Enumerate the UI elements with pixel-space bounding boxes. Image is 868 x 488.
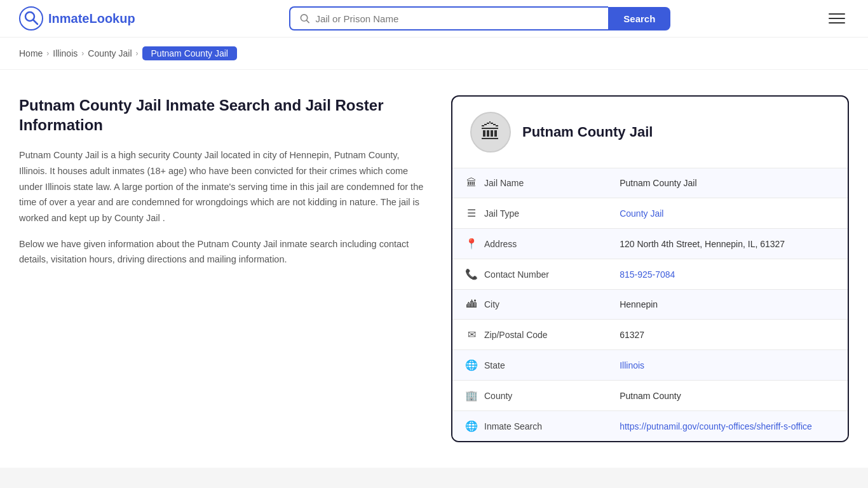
- header: InmateLookup Search: [0, 0, 868, 37]
- row-icon: ✉: [465, 329, 478, 341]
- table-label-cell: ✉Zip/Postal Code: [452, 320, 607, 350]
- info-table: 🏛Jail NamePutnam County Jail☰Jail TypeCo…: [452, 168, 848, 441]
- table-row: 🌐Inmate Searchhttps://putnamil.gov/count…: [452, 411, 848, 442]
- logo-icon: [19, 6, 43, 30]
- table-label-cell: 📞Contact Number: [452, 259, 607, 290]
- right-panel: 🏛 Putnam County Jail 🏛Jail NamePutnam Co…: [451, 95, 849, 442]
- row-icon: 🌐: [465, 359, 478, 371]
- table-label-cell: 🏙City: [452, 290, 607, 320]
- row-icon: 📞: [465, 268, 478, 280]
- table-row: 📍Address120 North 4th Street, Hennepin, …: [452, 229, 848, 259]
- breadcrumb-chevron-3: ›: [136, 49, 139, 58]
- breadcrumb-illinois[interactable]: Illinois: [53, 48, 78, 58]
- row-label: Zip/Postal Code: [484, 330, 548, 340]
- left-panel: Putnam County Jail Inmate Search and Jai…: [19, 95, 426, 442]
- table-value-cell[interactable]: https://putnamil.gov/county-offices/sher…: [607, 411, 848, 442]
- svg-line-4: [307, 20, 309, 23]
- description-1: Putnam County Jail is a high security Co…: [19, 147, 426, 226]
- table-value-link[interactable]: County Jail: [620, 208, 663, 219]
- row-icon: 🏙: [465, 299, 478, 310]
- table-row: 🏢CountyPutnam County: [452, 381, 848, 411]
- table-row: 📞Contact Number815-925-7084: [452, 259, 848, 290]
- hamburger-line-1: [829, 13, 845, 15]
- hamburger-line-2: [829, 18, 845, 19]
- hamburger-menu[interactable]: [825, 10, 849, 27]
- table-value-cell: Putnam County Jail: [607, 168, 848, 198]
- table-row: 🏙CityHennepin: [452, 290, 848, 320]
- table-row: ☰Jail TypeCounty Jail: [452, 198, 848, 229]
- row-label: County: [484, 391, 512, 401]
- logo-prefix: Inmate: [48, 11, 89, 25]
- search-input[interactable]: [315, 13, 599, 24]
- breadcrumb-home[interactable]: Home: [19, 48, 43, 58]
- table-row: 🏛Jail NamePutnam County Jail: [452, 168, 848, 198]
- hamburger-line-3: [829, 22, 845, 24]
- row-icon: 📍: [465, 238, 478, 250]
- table-value-cell[interactable]: Illinois: [607, 350, 848, 381]
- table-label-cell: 🌐State: [452, 350, 607, 381]
- jail-avatar: 🏛: [470, 112, 511, 152]
- table-value-cell: Hennepin: [607, 290, 848, 320]
- breadcrumb-current: Putnam County Jail: [142, 46, 237, 60]
- row-label: Address: [484, 239, 517, 249]
- row-label: Contact Number: [484, 269, 549, 280]
- row-label: State: [484, 360, 505, 370]
- logo-text: InmateLookup: [48, 11, 135, 26]
- table-value-link[interactable]: 815-925-7084: [620, 269, 675, 280]
- table-value-cell: 61327: [607, 320, 848, 350]
- row-icon: 🌐: [465, 420, 478, 432]
- table-value-cell: Putnam County: [607, 381, 848, 411]
- main-content: Putnam County Jail Inmate Search and Jai…: [0, 70, 868, 468]
- search-button[interactable]: Search: [608, 7, 670, 30]
- search-input-wrapper: [289, 6, 608, 30]
- search-area: Search: [289, 6, 670, 30]
- table-label-cell: 🏢County: [452, 381, 607, 411]
- table-label-cell: ☰Jail Type: [452, 198, 607, 229]
- footer: [0, 468, 868, 488]
- logo-suffix: Lookup: [89, 11, 135, 25]
- table-label-cell: 🏛Jail Name: [452, 168, 607, 198]
- table-value-cell[interactable]: 815-925-7084: [607, 259, 848, 290]
- breadcrumb-chevron-2: ›: [81, 49, 84, 58]
- row-icon: 🏢: [465, 390, 478, 402]
- table-row: ✉Zip/Postal Code61327: [452, 320, 848, 350]
- info-card-title: Putnam County Jail: [522, 124, 653, 140]
- table-value-link[interactable]: https://putnamil.gov/county-offices/sher…: [620, 421, 812, 431]
- table-value-cell[interactable]: County Jail: [607, 198, 848, 229]
- jail-avatar-icon: 🏛: [480, 121, 501, 144]
- page-title: Putnam County Jail Inmate Search and Jai…: [19, 95, 426, 135]
- row-label: Inmate Search: [484, 421, 542, 431]
- row-label: City: [484, 299, 499, 309]
- info-card: 🏛 Putnam County Jail 🏛Jail NamePutnam Co…: [451, 95, 849, 442]
- description-2: Below we have given information about th…: [19, 236, 426, 268]
- table-value-cell: 120 North 4th Street, Hennepin, IL, 6132…: [607, 229, 848, 259]
- table-label-cell: 📍Address: [452, 229, 607, 259]
- row-icon: 🏛: [465, 177, 478, 189]
- table-value-link[interactable]: Illinois: [620, 360, 644, 370]
- search-icon: [299, 13, 310, 24]
- breadcrumb: Home › Illinois › County Jail › Putnam C…: [0, 37, 868, 70]
- table-row: 🌐StateIllinois: [452, 350, 848, 381]
- svg-point-0: [20, 7, 43, 30]
- row-label: Jail Type: [484, 208, 519, 219]
- row-icon: ☰: [465, 207, 478, 219]
- table-label-cell: 🌐Inmate Search: [452, 411, 607, 442]
- info-card-header: 🏛 Putnam County Jail: [452, 97, 848, 168]
- logo[interactable]: InmateLookup: [19, 6, 135, 30]
- breadcrumb-county-jail[interactable]: County Jail: [88, 48, 132, 58]
- breadcrumb-chevron-1: ›: [46, 49, 49, 58]
- row-label: Jail Name: [484, 178, 524, 188]
